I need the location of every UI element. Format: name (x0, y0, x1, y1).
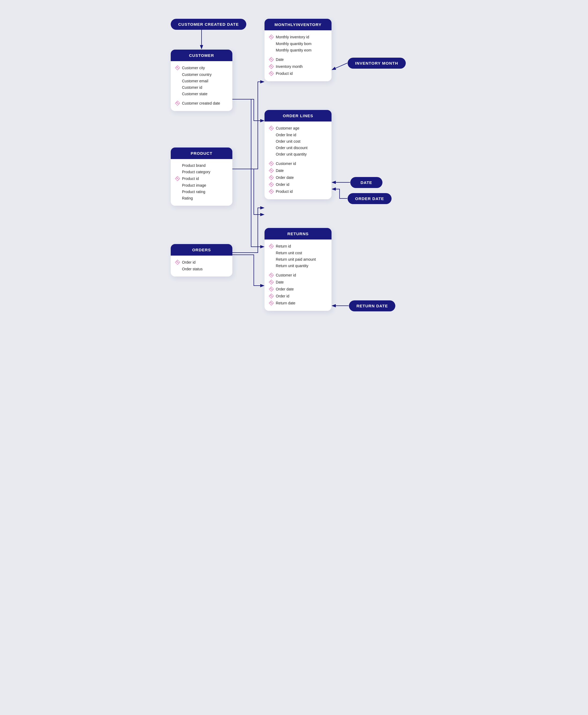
pill-order-date: ORDER DATE (348, 193, 392, 204)
key-icon: ⚿ (268, 272, 275, 279)
key-icon: ⚿ (174, 100, 181, 106)
key-icon: ⚿ (268, 160, 275, 167)
key-icon: ⚿ (268, 34, 275, 40)
key-icon: ⚿ (268, 167, 275, 174)
pill-customer-created-date: CUSTOMER CREATED DATE (171, 19, 246, 30)
key-icon: ⚿ (268, 279, 275, 285)
table-orders: ORDERS ⚿Order id Order status (171, 244, 232, 277)
table-product: PRODUCT Product brand Product category ⚿… (171, 147, 232, 206)
key-icon: ⚿ (268, 174, 275, 181)
key-icon: ⚿ (268, 243, 275, 249)
key-icon: ⚿ (268, 125, 275, 131)
key-icon: ⚿ (268, 300, 275, 306)
key-icon: ⚿ (268, 188, 275, 195)
svg-line-2 (332, 63, 347, 70)
key-icon: ⚿ (268, 70, 275, 77)
table-monthly-inventory: MONTHLYINVENTORY ⚿Monthly inventory id M… (265, 19, 332, 81)
pill-inventory-month: INVENTORY MONTH (348, 58, 406, 69)
key-icon: ⚿ (174, 65, 181, 71)
key-icon: ⚿ (268, 286, 275, 292)
key-icon: ⚿ (268, 181, 275, 188)
key-icon: ⚿ (174, 259, 181, 266)
pill-date: DATE (350, 177, 382, 188)
pill-return-date: RETURN DATE (349, 300, 395, 311)
key-icon: ⚿ (268, 56, 275, 63)
key-icon: ⚿ (268, 63, 275, 70)
key-icon: ⚿ (268, 293, 275, 299)
key-icon: ⚿ (174, 176, 181, 182)
table-customer: CUSTOMER ⚿Customer city Customer country… (171, 49, 232, 111)
table-order-lines: ORDER LINES ⚿Customer age Order line id … (265, 110, 332, 199)
table-returns: RETURNS ⚿Return id Return unit cost Retu… (265, 228, 332, 311)
